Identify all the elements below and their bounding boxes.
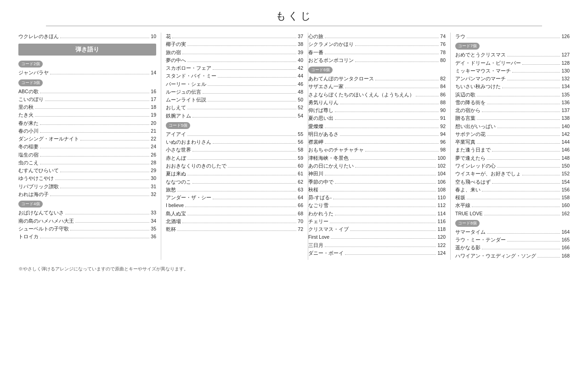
entry-title: 花: [166, 33, 171, 40]
entry-title: また逢う日まで: [455, 146, 491, 153]
entry-page: 114: [437, 210, 446, 217]
entry-page: 134: [561, 83, 570, 90]
entry-dots: [522, 175, 560, 175]
entry-title: 島人ぬ宝: [166, 210, 186, 217]
list-item: 三日月 122: [308, 241, 446, 249]
entry-page: 18: [151, 103, 156, 111]
entry-page: 56: [298, 138, 303, 146]
list-item: なごり雪 112: [308, 202, 446, 209]
entry-title: 空も飛べるはず: [455, 178, 491, 185]
chord8-items: サマータイム 164 ラウ・ミー・テンダー 165 遥かなる影 166 ハワイア…: [455, 228, 570, 259]
entry-page: 28: [151, 159, 156, 166]
entry-page: 165: [561, 236, 570, 243]
list-item: おばけなんてないさ 33: [18, 209, 156, 216]
entry-dots: [325, 128, 439, 128]
entry-dots: [355, 62, 439, 62]
entry-dots: [187, 62, 296, 62]
list-item: ウイスキーが、お好きでしょ 152: [455, 170, 570, 177]
list-item: 北酒場 70: [166, 218, 303, 225]
mid-left-column: 花 37 椰子の実 38 旅の宿 39 夢の中へ 40 スカボロー・フェア 42…: [166, 33, 308, 260]
entry-title: おもちゃのチャチャチャ: [308, 146, 364, 153]
entry-title: ラウ: [455, 33, 465, 40]
entry-title: なごり雪: [308, 202, 328, 209]
entry-title: わかれうた: [308, 210, 334, 217]
entry-dots: [325, 54, 439, 54]
entry-page: 61: [298, 170, 303, 177]
section-header-hikigakari: 弾き語り: [18, 44, 156, 56]
entry-dots: [522, 64, 560, 65]
list-item: 仰げば尊し 90: [308, 107, 446, 114]
entry-dots: [477, 119, 560, 120]
entry-dots: [482, 112, 560, 112]
list-item: 水平線 160: [455, 202, 570, 209]
entry-page: 84: [440, 83, 446, 90]
entry-page: 152: [561, 170, 570, 177]
list-item: 南の島のハメハメハ大王 34: [18, 217, 156, 224]
entry-page: 59: [298, 154, 303, 162]
chord7-badge: コード7個: [455, 43, 480, 50]
entry-page: 34: [151, 217, 156, 224]
entry-dots: [330, 207, 436, 207]
entry-dots: [325, 175, 436, 175]
entry-title: 襟裳岬: [308, 138, 323, 146]
entry-dots: [187, 135, 296, 136]
entry-dots: [192, 183, 296, 184]
entry-title: 椰子の実: [166, 40, 186, 48]
entry-title: 乾杯: [166, 225, 176, 233]
list-item: サザエさん一家 84: [308, 83, 446, 90]
entry-dots: [80, 140, 149, 140]
entry-dots: [335, 183, 436, 184]
chord7-items: おめでとうクリスマス 127 デイ・ドリーム・ビリーバー 128 ミッキーマウス…: [455, 51, 570, 217]
entry-page: 126: [561, 33, 570, 40]
left-column: ウクレレのきほん 10 弾き語り コード2個 ジャンバラヤ 14 コード3個 A…: [18, 33, 161, 260]
list-item: ワインレッドの心 150: [455, 162, 570, 169]
entry-dots: [60, 172, 149, 172]
entry-page: 124: [437, 249, 446, 257]
list-item: 贈る言葉 138: [455, 114, 570, 122]
list-item: ラウ・ミー・テンダー 165: [455, 236, 570, 243]
chord3-items: ABCの歌 16 こいのぼり 17 里の秋 18 たき火 19 春が来た 20 …: [18, 88, 156, 198]
entry-page: 54: [298, 112, 303, 119]
entry-page: 150: [561, 162, 570, 169]
entry-page: 20: [151, 119, 156, 127]
list-item: ちいさい秋みつけた 134: [455, 83, 570, 90]
entry-dots: [60, 188, 149, 188]
entry-dots: [487, 233, 560, 234]
entry-title: おばけなんてないさ: [18, 209, 64, 216]
list-item: 鉄腕アトム 54: [166, 112, 303, 119]
entry-page: 158: [561, 194, 570, 201]
entry-title: スカボロー・フェア: [166, 64, 211, 72]
list-item: アンダー・ザ・シー 64: [166, 194, 303, 201]
entry-title: 夏の思い出: [308, 114, 334, 122]
chord2-badge: コード2個: [18, 61, 43, 67]
list-item: 花 37: [166, 33, 303, 40]
entry-page: 86: [440, 91, 446, 98]
entry-title: 旅の宿: [166, 49, 181, 56]
entry-dots: [355, 167, 436, 168]
list-item: 浜辺の歌 135: [455, 91, 570, 98]
entry-page: 156: [561, 186, 570, 193]
list-item: たき火 19: [18, 111, 156, 118]
entry-dots: [497, 128, 560, 128]
entry-title: 神田川: [308, 170, 323, 177]
entry-dots: [35, 108, 149, 109]
list-item: ルージュの伝言 48: [166, 88, 303, 95]
entry-page: 33: [151, 209, 156, 216]
list-item: 卒業写真 144: [455, 138, 570, 146]
entry-dots: [487, 159, 560, 160]
entry-dots: [203, 93, 296, 94]
entry-page: 60: [298, 162, 303, 169]
chord6-items: あわてんぼのサンタクロース 82 サザエさん一家 84 さよならぼくたちのほいく…: [308, 75, 446, 257]
footnote: ※やさしく弾けるアレンジになっていますので原曲とキーやサイズが異なります。: [18, 266, 570, 272]
list-item: 襟裳岬 96: [308, 138, 446, 146]
entry-dots: [65, 214, 149, 214]
entry-dots: [512, 72, 560, 73]
entry-page: 50: [298, 96, 303, 103]
entry-dots: [484, 215, 560, 215]
entry-title: あわてんぼのサンタクロース: [308, 75, 374, 82]
entry-dots: [507, 241, 560, 241]
entry-page: 39: [298, 49, 303, 56]
entry-title: いぬのおまわりさん: [166, 138, 211, 146]
entry-page: 92: [440, 123, 446, 130]
entry-title: I believe: [166, 202, 184, 209]
